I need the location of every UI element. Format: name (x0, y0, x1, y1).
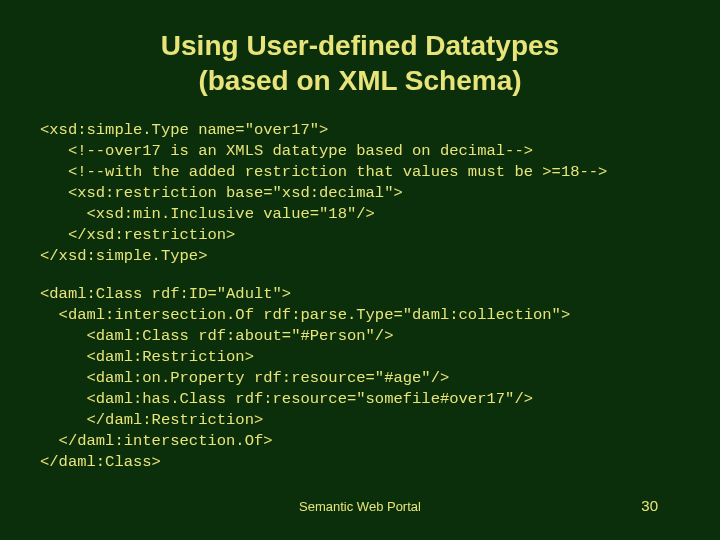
title-line-1: Using User-defined Datatypes (161, 30, 559, 61)
code-block-2: <daml:Class rdf:ID="Adult"> <daml:inters… (40, 284, 680, 472)
code-block-1: <xsd:simple.Type name="over17"> <!--over… (40, 120, 680, 266)
footer-label: Semantic Web Portal (0, 499, 720, 514)
page-number: 30 (641, 497, 658, 514)
slide-title: Using User-defined Datatypes (based on X… (40, 28, 680, 98)
title-line-2: (based on XML Schema) (198, 65, 521, 96)
spacer (40, 266, 680, 284)
slide: Using User-defined Datatypes (based on X… (0, 0, 720, 540)
